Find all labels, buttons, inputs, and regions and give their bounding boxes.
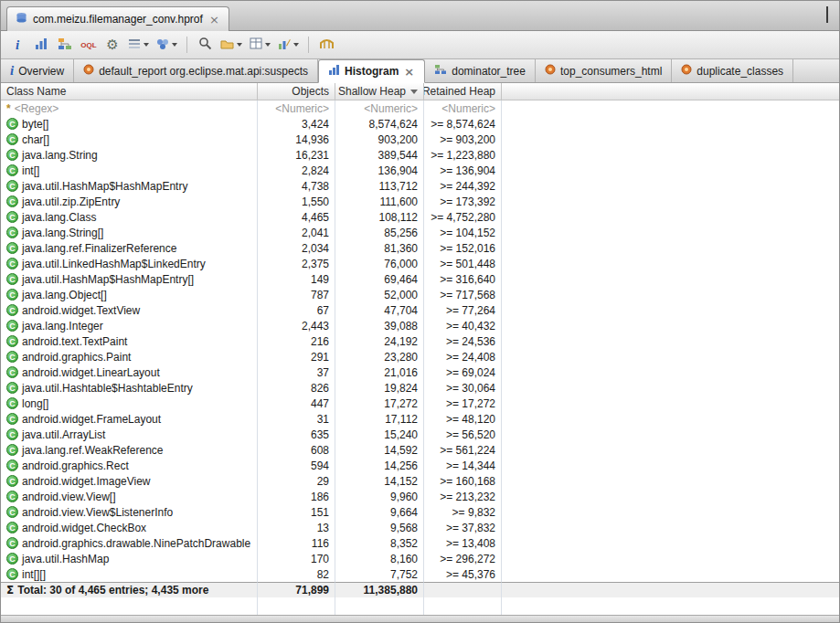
tab-duplicate-classes[interactable]: duplicate_classes [672,59,793,82]
shallow-heap-cell: 113,712 [335,178,424,194]
table-row[interactable]: C byte[] 3,424 8,574,624 >= 8,574,624 [1,116,839,132]
report-icon [545,64,556,78]
table-row[interactable]: C java.util.zip.ZipEntry 1,550 111,600 >… [1,194,839,209]
class-icon: C [6,413,18,425]
retained-heap-cell: >= 501,448 [424,256,502,271]
objects-cell: 4,465 [258,209,335,225]
table-row[interactable]: C java.lang.String 16,231 389,544 >= 1,2… [1,147,839,163]
tab-top-consumers[interactable]: top_consumers_html [536,59,672,82]
table-row[interactable]: C java.util.ArrayList 635 15,240 >= 56,5… [1,427,839,442]
retained-heap-cell: >= 17,272 [424,396,502,411]
column-header-retained-heap[interactable]: Retained Heap [424,83,502,100]
class-name-cell: C android.widget.FrameLayout [1,411,258,427]
class-name-cell: C java.lang.Integer [1,318,258,333]
table-row[interactable]: C android.graphics.Paint 291 23,280 >= 2… [1,349,839,364]
table-row[interactable]: C android.widget.TextView 67 47,704 >= 7… [1,302,839,318]
column-header-shallow-heap[interactable]: Shallow Heap [335,83,424,100]
search-button[interactable] [194,34,216,56]
table-filter-row: *<Regex> <Numeric> <Numeric> <Numeric> [1,100,839,116]
table-body: C byte[] 3,424 8,574,624 >= 8,574,624 C … [1,116,839,582]
table-row[interactable]: C java.lang.Object[] 787 52,000 >= 717,5… [1,287,839,302]
info-button[interactable]: i [6,34,28,56]
numeric-filter-retained[interactable]: <Numeric> [424,100,502,116]
column-header-class-name[interactable]: Class Name [1,83,258,100]
editor-tab-close-icon[interactable]: × [208,14,220,26]
class-name-cell: C java.util.LinkedHashMap$LinkedEntry [1,256,258,271]
class-name-cell: C int[] [1,163,258,178]
objects-cell: 291 [258,349,335,364]
objects-cell: 14,936 [258,132,335,147]
table-row[interactable]: C java.lang.ref.FinalizerReference 2,034… [1,240,839,256]
table-row[interactable]: C android.graphics.drawable.NinePatchDra… [1,535,839,551]
class-name: java.lang.ref.WeakReference [22,444,164,457]
settings-button[interactable]: ⚙ [101,34,123,56]
table-row[interactable]: C java.util.HashMap 170 8,160 >= 296,272 [1,551,839,566]
class-icon: C [6,506,18,518]
shallow-heap-cell: 108,112 [335,209,424,225]
table-row[interactable]: C android.view.View$ListenerInfo 151 9,6… [1,504,839,520]
compare-button[interactable] [315,34,337,56]
table-row[interactable]: C int[] 2,824 136,904 >= 136,904 [1,163,839,178]
retained-heap-cell: >= 45,376 [424,566,502,582]
objects-cell: 826 [258,380,335,396]
export-menu-button[interactable] [275,34,302,56]
class-name: android.widget.CheckBox [22,522,146,534]
numeric-filter-objects[interactable]: <Numeric> [258,100,335,116]
table-menu-button[interactable] [247,34,273,56]
table-row[interactable]: C java.util.Hashtable$HashtableEntry 826… [1,380,839,396]
heap-menu-button[interactable] [154,34,180,56]
table-row[interactable]: C long[] 447 17,272 >= 17,272 [1,396,839,411]
table-row[interactable]: C android.widget.CheckBox 13 9,568 >= 37… [1,520,839,535]
column-header-objects[interactable]: Objects [258,83,335,100]
tab-histogram[interactable]: Histogram × [318,59,425,83]
maximize-button[interactable] [826,9,828,22]
regex-filter-field[interactable]: *<Regex> [1,100,258,116]
table-row[interactable]: C java.util.HashMap$HashMapEntry[] 149 6… [1,271,839,287]
class-name-cell: C android.view.View$ListenerInfo [1,504,258,520]
table-row[interactable]: C java.util.LinkedHashMap$LinkedEntry 2,… [1,256,839,271]
table-row[interactable]: C android.graphics.Rect 594 14,256 >= 14… [1,458,839,473]
histogram-button[interactable] [30,34,52,56]
class-name-cell: C android.widget.LinearLayout [1,364,258,380]
tab-label: Overview [18,65,64,78]
retained-heap-cell: >= 24,408 [424,349,502,364]
class-name-cell: C int[][] [1,566,258,582]
class-name: java.lang.ref.FinalizerReference [22,242,176,255]
tab-close-icon[interactable]: × [403,66,415,78]
class-name-cell: C android.widget.TextView [1,302,258,318]
table-row[interactable]: C android.view.View[] 186 9,960 >= 213,2… [1,489,839,504]
dominator-tree-button[interactable] [54,34,76,56]
retained-heap-cell: >= 152,016 [424,240,502,256]
table-row[interactable]: C android.widget.ImageView 29 14,152 >= … [1,473,839,489]
editor-tab-hprof[interactable]: com.meizu.filemanager_conv.hprof × [6,6,229,31]
class-name: android.graphics.Rect [22,459,129,472]
numeric-filter-shallow[interactable]: <Numeric> [335,100,424,116]
table-row[interactable]: C java.lang.String[] 2,041 85,256 >= 104… [1,225,839,240]
retained-heap-cell: >= 136,904 [424,163,502,178]
class-icon: C [6,195,18,207]
tab-overview[interactable]: i Overview [1,59,74,82]
table-row[interactable]: C android.text.TextPaint 216 24,192 >= 2… [1,333,839,349]
retained-heap-cell: >= 213,232 [424,489,502,504]
package-menu-button[interactable] [218,34,245,56]
table-row[interactable]: C java.lang.Class 4,465 108,112 >= 4,752… [1,209,839,225]
tab-dominator-tree[interactable]: dominator_tree [425,59,536,82]
class-name: java.lang.String[] [22,227,103,239]
class-name-cell: C java.util.HashMap [1,551,258,566]
table-row[interactable]: C java.util.HashMap$HashMapEntry 4,738 1… [1,178,839,194]
table-row[interactable]: C char[] 14,936 903,200 >= 903,200 [1,132,839,147]
class-icon: C [6,568,18,580]
query-browser-menu-button[interactable] [125,34,152,56]
table-row[interactable]: C java.lang.ref.WeakReference 608 14,592… [1,442,839,458]
table-row[interactable]: C java.lang.Integer 2,443 39,088 >= 40,4… [1,318,839,333]
objects-cell: 635 [258,427,335,442]
tab-default-report[interactable]: default_report org.eclipse.mat.api:suspe… [74,59,318,82]
retained-heap-cell: >= 160,168 [424,473,502,489]
table-row[interactable]: C int[][] 82 7,752 >= 45,376 [1,566,839,582]
class-icon: C [6,335,18,347]
table-row[interactable]: C android.widget.LinearLayout 37 21,016 … [1,364,839,380]
class-name: android.widget.TextView [22,304,140,317]
table-row[interactable]: C android.widget.FrameLayout 31 17,112 >… [1,411,839,427]
shallow-heap-cell: 14,592 [335,442,424,458]
oql-button[interactable]: OQL [78,34,100,56]
